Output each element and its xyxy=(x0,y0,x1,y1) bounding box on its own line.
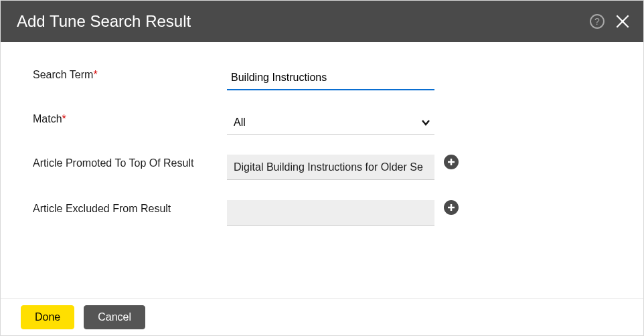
label-text: Article Promoted To Top Of Result xyxy=(33,157,193,169)
titlebar-actions: ? xyxy=(590,13,631,30)
label-text: Article Excluded From Result xyxy=(33,203,171,214)
promoted-value: Digital Building Instructions for Older … xyxy=(234,161,423,173)
field-search-term xyxy=(227,66,434,90)
field-excluded xyxy=(227,200,434,226)
field-match: All xyxy=(227,110,434,135)
row-search-term: Search Term* xyxy=(33,66,611,90)
done-button[interactable]: Done xyxy=(21,305,74,329)
dialog-title: Add Tune Search Result xyxy=(17,12,191,31)
row-match: Match* All xyxy=(33,110,611,135)
add-promoted-button[interactable] xyxy=(444,155,459,169)
match-value: All xyxy=(234,116,246,129)
label-text: Match xyxy=(33,113,62,124)
dialog-footer: Done Cancel xyxy=(1,298,643,335)
add-excluded-button[interactable] xyxy=(444,200,459,215)
label-excluded: Article Excluded From Result xyxy=(33,200,227,215)
dialog: Add Tune Search Result ? Search Term* Ma… xyxy=(0,0,644,336)
label-match: Match* xyxy=(33,110,227,125)
label-promoted: Article Promoted To Top Of Result xyxy=(33,155,227,169)
row-promoted: Article Promoted To Top Of Result Digita… xyxy=(33,155,611,180)
search-term-input[interactable] xyxy=(227,66,434,90)
required-asterisk: * xyxy=(62,113,66,124)
promoted-input[interactable]: Digital Building Instructions for Older … xyxy=(227,155,434,180)
help-icon[interactable]: ? xyxy=(590,14,605,29)
chevron-down-icon xyxy=(421,118,430,127)
label-text: Search Term xyxy=(33,69,93,80)
required-asterisk: * xyxy=(93,69,97,80)
excluded-input[interactable] xyxy=(227,200,434,226)
row-excluded: Article Excluded From Result xyxy=(33,200,611,226)
cancel-button[interactable]: Cancel xyxy=(84,305,145,329)
titlebar: Add Tune Search Result ? xyxy=(1,1,643,42)
label-search-term: Search Term* xyxy=(33,66,227,81)
close-icon[interactable] xyxy=(614,13,631,30)
dialog-body: Search Term* Match* All Article Pr xyxy=(1,42,643,298)
field-promoted: Digital Building Instructions for Older … xyxy=(227,155,434,180)
match-select[interactable]: All xyxy=(227,110,434,135)
